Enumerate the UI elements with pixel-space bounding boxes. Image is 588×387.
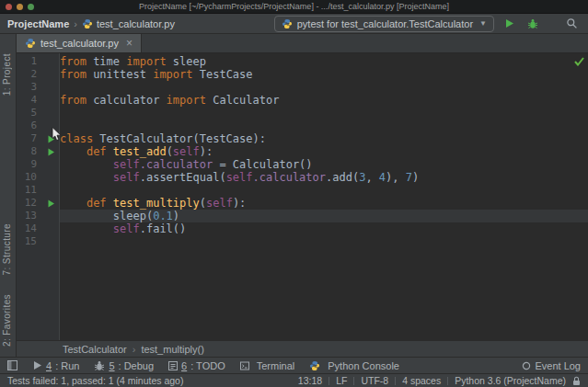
breadcrumb-item[interactable]: TestCalculator: [63, 344, 127, 355]
toolwindow-button-debug[interactable]: 5: Debug: [94, 360, 154, 371]
event-log-button[interactable]: Event Log: [522, 360, 581, 371]
inspections-ok-icon[interactable]: [574, 56, 584, 69]
status-message[interactable]: Tests failed: 1, passed: 1 (4 minutes ag…: [7, 375, 183, 386]
code-text: from calculator import Calculator: [60, 94, 588, 107]
status-right: 13:18 LF UTF-8 4 spaces Python 3.6 (Proj…: [298, 375, 581, 386]
code-line-6[interactable]: 6: [17, 120, 588, 132]
left-toolwindow-stripe: 1: Project7: Structure2: Favorites: [0, 34, 17, 357]
mnemonic: 5: [109, 360, 114, 371]
toolwindow-button-todo[interactable]: 6: TODO: [168, 360, 225, 371]
todo-icon: [168, 361, 178, 370]
debug-icon: [94, 360, 105, 371]
run-button[interactable]: [500, 15, 518, 33]
stripe-button-structure[interactable]: 7: Structure: [2, 223, 12, 276]
tab-test-calculator[interactable]: test_calculator.py ×: [17, 34, 142, 52]
code-line-13[interactable]: 13 sleep(0.1): [17, 210, 588, 222]
line-number: 2: [17, 68, 41, 81]
navigation-bar: ProjectName › test_calculator.py pytest …: [0, 14, 588, 34]
stripe-button-favorites[interactable]: 2: Favorites: [2, 294, 12, 347]
code-line-12[interactable]: 12 def test_multiply(self):: [17, 197, 588, 210]
code-text: self.assertEqual(self.calculator.add(3, …: [60, 171, 588, 184]
toolwindow-button-label: Python Console: [328, 360, 399, 371]
line-number: 6: [17, 120, 41, 132]
event-log-label: Event Log: [535, 360, 581, 371]
window-titlebar: ProjectName [~/PycharmProjects/ProjectNa…: [0, 0, 588, 14]
code-lines: 1from time import sleep2from unittest im…: [17, 55, 588, 248]
code-line-7[interactable]: 7class TestCalculator(TestCase):: [17, 132, 588, 145]
code-line-14[interactable]: 14 self.fail(): [17, 222, 588, 235]
line-number: 7: [17, 132, 41, 145]
toolwindow-button-terminal[interactable]: Terminal: [240, 360, 295, 371]
tab-label: test_calculator.py: [40, 38, 119, 49]
toolwindow-button-label: : TODO: [190, 360, 225, 371]
mnemonic: 4: [46, 360, 52, 371]
line-number: 12: [17, 197, 41, 210]
interpreter-selector[interactable]: Python 3.6 (ProjectName): [455, 375, 566, 386]
code-text: sleep(0.1): [60, 210, 588, 222]
gutter-cell: [41, 171, 60, 184]
line-number: 15: [17, 235, 41, 248]
code-text: [60, 81, 588, 94]
toolwindow-button-run[interactable]: 4: Run: [32, 360, 79, 371]
gutter-cell: [41, 55, 60, 68]
file-encoding[interactable]: UTF-8: [361, 375, 388, 386]
debug-button[interactable]: [524, 15, 542, 33]
lock-icon[interactable]: [572, 376, 581, 386]
toolwindow-bar: 4: Run5: Debug6: TODOTerminalPython Cons…: [0, 357, 588, 373]
code-editor[interactable]: 1from time import sleep2from unittest im…: [17, 53, 588, 340]
breadcrumb-file[interactable]: test_calculator.py: [97, 18, 175, 29]
line-number: 10: [17, 171, 41, 184]
window-title: ProjectName [~/PycharmProjects/ProjectNa…: [139, 2, 449, 11]
line-number: 11: [17, 184, 41, 197]
line-separator[interactable]: LF: [336, 375, 347, 386]
gutter-cell: [41, 235, 60, 248]
close-tab-icon[interactable]: ×: [126, 39, 133, 48]
search-everywhere-button[interactable]: [562, 15, 581, 33]
code-line-3[interactable]: 3: [17, 81, 588, 94]
indent-setting[interactable]: 4 spaces: [402, 375, 441, 386]
code-line-2[interactable]: 2from unittest import TestCase: [17, 68, 588, 81]
toolwindow-switcher-icon[interactable]: [7, 360, 17, 370]
stripe-button-project[interactable]: 1: Project: [2, 53, 12, 96]
close-window-button[interactable]: [6, 4, 12, 10]
run-test-icon[interactable]: [41, 197, 60, 210]
mnemonic: 6: [181, 360, 187, 371]
line-number: 9: [17, 158, 41, 171]
minimize-window-button[interactable]: [17, 4, 23, 10]
run-config-label: pytest for test_calculator.TestCalculato…: [297, 18, 473, 29]
chevron-down-icon: ▼: [479, 19, 487, 28]
code-line-1[interactable]: 1from time import sleep: [17, 55, 588, 68]
mouse-cursor: [52, 127, 62, 144]
gutter-cell: [41, 222, 60, 235]
window-controls: [6, 4, 34, 10]
line-number: 1: [17, 55, 41, 68]
toolwindow-button-python-console[interactable]: Python Console: [309, 360, 399, 371]
code-text: self.fail(): [60, 222, 588, 235]
code-text: from unittest import TestCase: [60, 68, 588, 81]
code-text: [60, 184, 588, 197]
run-config-selector[interactable]: pytest for test_calculator.TestCalculato…: [274, 16, 494, 32]
status-bar: Tests failed: 1, passed: 1 (4 minutes ag…: [0, 373, 588, 387]
code-line-8[interactable]: 8 def test_add(self):: [17, 145, 588, 158]
code-text: [60, 120, 588, 132]
code-line-10[interactable]: 10 self.assertEqual(self.calculator.add(…: [17, 171, 588, 184]
code-line-4[interactable]: 4from calculator import Calculator: [17, 94, 588, 107]
toolwindow-button-label: : Debug: [119, 360, 155, 371]
gutter-cell: [41, 68, 60, 81]
cursor-position[interactable]: 13:18: [298, 375, 322, 386]
line-number: 4: [17, 94, 41, 107]
run-test-icon[interactable]: [41, 145, 60, 158]
python-icon: [309, 360, 320, 371]
code-line-9[interactable]: 9 self.calculator = Calculator(): [17, 158, 588, 171]
breadcrumb-item[interactable]: test_multiply(): [141, 344, 203, 355]
code-line-11[interactable]: 11: [17, 184, 588, 197]
code-text: from time import sleep: [60, 55, 588, 68]
code-line-5[interactable]: 5: [17, 107, 588, 120]
gutter-cell: [41, 184, 60, 197]
toolwindow-buttons: 4: Run5: Debug6: TODOTerminalPython Cons…: [32, 360, 399, 371]
code-line-15[interactable]: 15: [17, 235, 588, 248]
breadcrumb-project[interactable]: ProjectName: [7, 18, 69, 29]
maximize-window-button[interactable]: [28, 4, 34, 10]
divider: [395, 377, 396, 385]
python-file-icon: [82, 18, 93, 29]
